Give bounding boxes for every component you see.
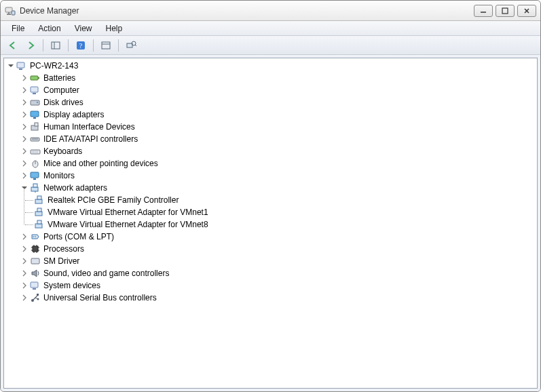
network-icon <box>30 182 41 193</box>
expand-icon[interactable] <box>20 294 29 302</box>
svg-point-48 <box>35 236 36 237</box>
svg-rect-42 <box>37 196 41 199</box>
svg-rect-3 <box>12 11 15 15</box>
toolbar-separator <box>68 39 69 52</box>
category-display-adapters[interactable]: Display adapters <box>20 109 537 121</box>
svg-rect-43 <box>35 212 42 216</box>
category-hid[interactable]: Human Interface Devices <box>20 121 537 133</box>
svg-rect-0 <box>5 7 12 12</box>
expand-icon[interactable] <box>20 111 29 119</box>
scan-hardware-button[interactable] <box>123 38 139 53</box>
forward-button[interactable] <box>22 38 39 53</box>
svg-rect-37 <box>33 178 36 180</box>
tree-root-label: PC-WR2-143 <box>30 61 78 71</box>
category-keyboards[interactable]: Keyboards <box>20 145 537 157</box>
battery-icon <box>30 73 41 83</box>
category-label: Computer <box>43 85 79 95</box>
svg-rect-12 <box>102 42 110 49</box>
device-network-item[interactable]: VMware Virtual Ethernet Adapter for VMne… <box>34 218 537 231</box>
svg-rect-17 <box>17 62 24 68</box>
expand-icon[interactable] <box>20 257 29 265</box>
category-label: Processors <box>43 244 84 254</box>
device-tree-pane[interactable]: PC-WR2-143 Batteries Computer <box>3 58 538 389</box>
network-device-icon <box>34 219 45 230</box>
svg-line-16 <box>135 45 136 46</box>
expand-icon[interactable] <box>20 98 29 106</box>
device-network-item[interactable]: VMware Virtual Ethernet Adapter for VMne… <box>34 206 537 218</box>
menu-view[interactable]: View <box>68 22 99 35</box>
expand-icon[interactable] <box>20 172 29 180</box>
expand-icon[interactable] <box>20 233 29 241</box>
svg-rect-46 <box>37 220 41 224</box>
collapse-icon[interactable] <box>7 62 15 70</box>
category-computer[interactable]: Computer <box>20 84 537 96</box>
expand-icon[interactable] <box>20 159 29 168</box>
category-label: Monitors <box>43 171 75 180</box>
help-button[interactable]: ? <box>73 38 89 53</box>
expand-icon[interactable] <box>20 269 29 277</box>
sound-icon <box>30 268 41 279</box>
menubar: File Action View Help <box>1 21 540 36</box>
expand-icon[interactable] <box>20 86 29 94</box>
category-batteries[interactable]: Batteries <box>20 72 537 84</box>
expand-icon[interactable] <box>20 245 29 253</box>
category-label: SM Driver <box>43 256 79 266</box>
svg-rect-44 <box>37 208 41 212</box>
close-button[interactable] <box>517 5 536 17</box>
category-label: System devices <box>43 281 100 290</box>
svg-rect-26 <box>33 117 36 119</box>
minimize-button[interactable] <box>474 5 493 17</box>
category-label: Sound, video and game controllers <box>43 269 169 278</box>
properties-button[interactable] <box>98 38 114 53</box>
hid-icon <box>30 121 41 132</box>
category-sound[interactable]: Sound, video and game controllers <box>20 267 537 279</box>
driver-icon <box>30 256 41 267</box>
device-label: Realtek PCIe GBE Family Controller <box>48 195 179 205</box>
expand-icon[interactable] <box>20 147 29 155</box>
expand-icon[interactable] <box>20 281 29 290</box>
svg-rect-45 <box>35 224 42 228</box>
category-label: Mice and other pointing devices <box>43 159 158 168</box>
category-mice[interactable]: Mice and other pointing devices <box>20 157 537 170</box>
category-ide[interactable]: IDE ATA/ATAPI controllers <box>20 133 537 145</box>
computer-root-icon <box>16 60 27 71</box>
category-monitors[interactable]: Monitors <box>20 170 537 182</box>
expand-icon[interactable] <box>20 74 29 82</box>
show-hide-tree-button[interactable] <box>48 38 64 53</box>
category-label: Human Interface Devices <box>43 122 135 132</box>
svg-text:?: ? <box>79 42 83 50</box>
window-title: Device Manager <box>20 6 79 16</box>
menu-action[interactable]: Action <box>31 22 67 35</box>
category-ports[interactable]: Ports (COM & LPT) <box>20 231 537 243</box>
device-manager-app-icon <box>5 5 16 16</box>
svg-rect-58 <box>31 258 39 264</box>
category-system-devices[interactable]: System devices <box>20 279 537 292</box>
network-device-icon <box>34 195 45 205</box>
menu-file[interactable]: File <box>5 22 31 35</box>
device-label: VMware Virtual Ethernet Adapter for VMne… <box>48 208 208 217</box>
device-network-item[interactable]: Realtek PCIe GBE Family Controller <box>34 194 537 206</box>
toolbar-separator <box>118 39 119 52</box>
system-icon <box>30 280 41 291</box>
category-label: Disk drives <box>43 98 83 107</box>
svg-rect-18 <box>19 68 22 70</box>
category-sm-driver[interactable]: SM Driver <box>20 255 537 267</box>
svg-rect-41 <box>35 199 42 203</box>
maximize-button[interactable] <box>496 5 515 17</box>
processor-icon <box>30 243 41 254</box>
category-usb[interactable]: Universal Serial Bus controllers <box>20 292 537 304</box>
mouse-icon <box>30 158 41 169</box>
category-disk-drives[interactable]: Disk drives <box>20 96 537 109</box>
svg-rect-5 <box>502 8 508 14</box>
category-label: Batteries <box>43 73 75 83</box>
tree-root[interactable]: PC-WR2-143 <box>7 60 537 72</box>
svg-rect-22 <box>33 93 36 94</box>
menu-help[interactable]: Help <box>99 22 130 35</box>
collapse-icon[interactable] <box>20 184 29 192</box>
expand-icon[interactable] <box>20 123 29 131</box>
category-processors[interactable]: Processors <box>20 243 537 255</box>
svg-rect-38 <box>31 187 38 191</box>
expand-icon[interactable] <box>20 135 29 143</box>
category-network-adapters[interactable]: Network adapters <box>20 182 537 194</box>
back-button[interactable] <box>5 38 21 53</box>
